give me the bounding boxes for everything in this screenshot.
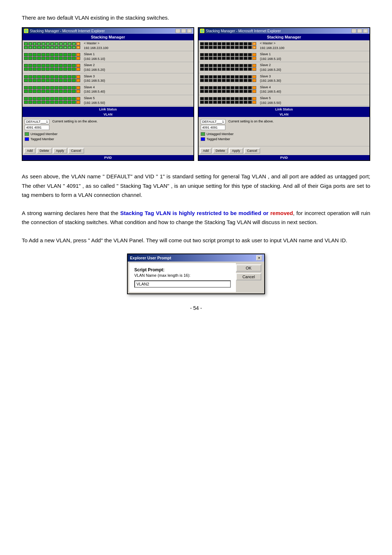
left-vlan-range: 4091 4091 <box>26 126 42 129</box>
port-cell: 6 <box>33 42 37 45</box>
dark-port-highlight <box>252 68 256 71</box>
right-maximize-btn[interactable]: □ <box>357 29 362 33</box>
dark-port-cell <box>222 57 226 60</box>
dark-port-cell <box>239 75 243 78</box>
port-cell-highlight <box>76 79 80 82</box>
right-slave5-info: Slave 5 (192.168.5.50) <box>260 96 281 105</box>
right-titlebar: 🌐 Stacking Manager - Microsoft Internet … <box>199 28 369 34</box>
dialog-ok-button[interactable]: OK <box>236 264 261 272</box>
dark-port-cell <box>244 86 248 89</box>
port-cell <box>59 68 63 71</box>
right-cancel-button[interactable]: Cancel <box>244 148 260 154</box>
left-cancel-button[interactable]: Cancel <box>68 148 84 154</box>
port-cell <box>54 90 58 93</box>
port-cell <box>54 101 58 104</box>
right-vlan-bar: VLAN <box>199 112 369 117</box>
dark-port-cell <box>226 97 230 100</box>
port-cell <box>41 86 45 89</box>
port-cell <box>68 101 72 104</box>
dialog-close-button[interactable]: × <box>256 255 262 260</box>
dark-port-cell <box>226 64 230 67</box>
port-cell <box>68 57 72 60</box>
port-cell <box>50 68 54 71</box>
port-cell <box>54 64 58 67</box>
port-cell <box>72 64 76 67</box>
dark-port-cell <box>222 68 226 71</box>
left-add-button[interactable]: Add <box>24 148 36 154</box>
dialog-cancel-button[interactable]: Cancel <box>236 273 261 280</box>
dark-port-cell <box>248 57 252 60</box>
right-vlan-vid: 1 <box>222 120 224 123</box>
dark-port-cell <box>239 101 243 104</box>
right-close-btn[interactable]: × <box>363 29 368 33</box>
dark-port-cell <box>239 57 243 60</box>
dark-port-cell <box>235 90 239 93</box>
dialog-vlan-name-input[interactable] <box>134 280 231 288</box>
dark-port-cell <box>200 46 204 49</box>
port-cell <box>50 57 54 60</box>
port-cell: 17 <box>59 46 63 49</box>
right-minimize-btn[interactable]: _ <box>351 29 356 33</box>
right-slave2-row: Slave 2 (192.168.5.20) <box>199 62 369 73</box>
left-apply-button[interactable]: Apply <box>53 148 67 154</box>
right-slave5-ip: (192.168.5.50) <box>260 101 281 105</box>
right-legend: Untagged Member Tagged Member <box>201 132 367 141</box>
dark-port-cell <box>230 75 234 78</box>
port-cell <box>46 79 50 82</box>
left-ie-buttons: Add Delete Apply Cancel <box>23 146 193 155</box>
port-cell: 5 <box>33 46 37 49</box>
port-cell <box>24 79 28 82</box>
port-cell <box>59 64 63 67</box>
dark-port-cell <box>209 75 213 78</box>
dialog-buttons: OK Cancel <box>236 262 264 283</box>
dark-port-cell <box>244 79 248 82</box>
left-tagged-box <box>25 137 29 141</box>
port-cell-highlight <box>76 75 80 78</box>
port-cell <box>72 101 76 104</box>
port-cell <box>54 53 58 56</box>
left-master-info: < Master > 192.168.223.100 <box>84 41 109 50</box>
left-close-btn[interactable]: × <box>187 29 192 33</box>
left-minimize-btn[interactable]: _ <box>175 29 180 33</box>
dark-port-cell <box>222 64 226 67</box>
dark-port-cell <box>235 53 239 56</box>
dark-port-cell <box>204 79 208 82</box>
right-apply-button[interactable]: Apply <box>229 148 243 154</box>
left-vlan-vid: 1 <box>46 120 48 123</box>
dark-port-cell <box>239 53 243 56</box>
dark-port-cell <box>230 53 234 56</box>
port-cell <box>41 101 45 104</box>
dark-port-cell <box>248 42 252 45</box>
body-text-3: To Add a new VLAN, press " Add" the VLAN… <box>22 236 370 245</box>
port-cell <box>59 53 63 56</box>
right-vlan-name: DEFAULT <box>202 120 217 123</box>
port-cell <box>37 86 41 89</box>
left-delete-button[interactable]: Delete <box>37 148 52 154</box>
port-cell <box>68 64 72 67</box>
port-cell: 24 <box>72 42 76 45</box>
dark-port-cell <box>226 46 230 49</box>
left-slave5-ip: (192.168.5.50) <box>84 101 105 105</box>
left-legend: Untagged Member Tagged Member <box>25 132 191 141</box>
dark-port-cell <box>217 57 221 60</box>
port-cell <box>72 68 76 71</box>
port-cell: 16 <box>54 42 58 45</box>
right-add-button[interactable]: Add <box>200 148 212 154</box>
dark-port-cell <box>217 75 221 78</box>
dark-port-cell <box>217 53 221 56</box>
right-slave5-label: Slave 5 <box>260 96 281 101</box>
dark-port-cell <box>209 97 213 100</box>
left-vlan-bar: VLAN <box>23 112 193 117</box>
port-cell <box>68 68 72 71</box>
left-maximize-btn[interactable]: □ <box>181 29 186 33</box>
dialog-title: Explorer User Prompt <box>130 256 171 260</box>
dark-port-cell <box>235 101 239 104</box>
port-cell <box>28 97 32 100</box>
port-cell: 7 <box>37 46 41 49</box>
port-cell <box>37 57 41 60</box>
dark-port-cell <box>204 101 208 104</box>
dark-port-highlight: 25 <box>252 42 256 45</box>
right-delete-button[interactable]: Delete <box>213 148 228 154</box>
port-cell <box>28 64 32 67</box>
port-cell <box>63 64 67 67</box>
